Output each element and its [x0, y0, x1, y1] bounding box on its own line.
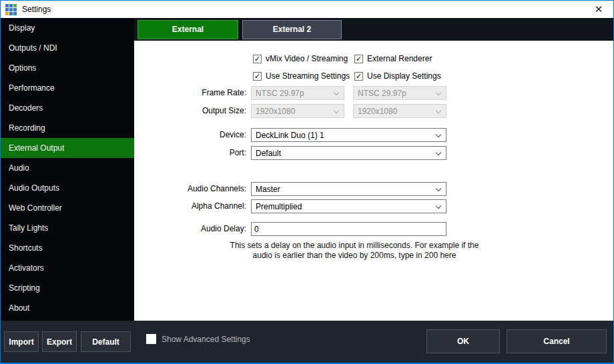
frame-rate-select-2: NTSC 29.97p	[353, 86, 446, 100]
device-select[interactable]: DeckLink Duo (1) 1	[251, 128, 446, 142]
sidebar-item-audio-outputs[interactable]: Audio Outputs	[1, 178, 134, 198]
window-title: Settings	[22, 5, 51, 14]
chevron-down-icon	[334, 108, 339, 113]
output-size-select-2: 1920x1080	[353, 104, 446, 118]
sidebar-item-recording[interactable]: Recording	[1, 118, 134, 138]
external-renderer-row: External Renderer	[354, 53, 432, 64]
output-size-label: Output Size:	[134, 106, 246, 115]
sidebar: Display Outputs / NDI Options Performanc…	[1, 18, 134, 321]
sidebar-item-outputs-ndi[interactable]: Outputs / NDI	[1, 38, 134, 58]
sidebar-item-performance[interactable]: Performance	[1, 78, 134, 98]
chevron-down-icon	[334, 90, 339, 95]
frame-rate-label: Frame Rate:	[134, 88, 246, 97]
sidebar-item-external-output[interactable]: External Output	[1, 138, 134, 158]
alpha-channel-select[interactable]: Premultiplied	[251, 199, 446, 213]
sidebar-item-about[interactable]: About	[1, 298, 134, 318]
use-display-settings-label: Use Display Settings	[367, 71, 441, 81]
ok-button[interactable]: OK	[426, 329, 500, 353]
output-size-select-1: 1920x1080	[251, 104, 344, 118]
port-select[interactable]: Default	[251, 146, 446, 160]
chevron-down-icon	[436, 203, 441, 209]
frame-rate-value-2: NTSC 29.97p	[358, 89, 406, 98]
use-streaming-settings-checkbox[interactable]	[253, 72, 262, 81]
import-button[interactable]: Import	[4, 331, 39, 352]
output-size-value-1: 1920x1080	[256, 107, 295, 116]
default-button[interactable]: Default	[81, 331, 131, 352]
sidebar-item-web-controller[interactable]: Web Controller	[1, 198, 134, 218]
export-button[interactable]: Export	[42, 331, 77, 352]
show-advanced-settings-row: Show Advanced Settings	[146, 334, 250, 344]
chevron-down-icon	[436, 108, 441, 113]
external-renderer-checkbox[interactable]	[354, 55, 363, 63]
external-renderer-label: External Renderer	[367, 54, 432, 63]
chevron-down-icon	[436, 150, 441, 155]
tab-external-2[interactable]: External 2	[242, 20, 342, 39]
main-panel: External External 2 vMix Video / Streami…	[134, 18, 613, 321]
port-value: Default	[256, 149, 281, 158]
audio-channels-value: Master	[256, 185, 280, 194]
device-value: DeckLink Duo (1) 1	[256, 131, 324, 140]
audio-delay-label: Audio Delay:	[134, 224, 246, 233]
sidebar-item-audio[interactable]: Audio	[1, 158, 134, 178]
close-icon[interactable]: ✕	[589, 1, 609, 18]
sidebar-item-options[interactable]: Options	[1, 58, 134, 78]
vmix-video-streaming-label: vMix Video / Streaming	[266, 54, 348, 63]
show-advanced-settings-checkbox[interactable]	[146, 334, 156, 344]
output-size-value-2: 1920x1080	[358, 107, 397, 116]
sidebar-item-display[interactable]: Display	[1, 18, 134, 38]
sidebar-item-shortcuts[interactable]: Shortcuts	[1, 238, 134, 258]
audio-channels-select[interactable]: Master	[251, 182, 446, 196]
chevron-down-icon	[436, 186, 441, 191]
audio-delay-help-text: This sets a delay on the audio input in …	[221, 241, 488, 261]
port-label: Port:	[134, 148, 246, 157]
sidebar-item-decoders[interactable]: Decoders	[1, 98, 134, 118]
sidebar-item-activators[interactable]: Activators	[1, 258, 134, 278]
tab-external[interactable]: External	[137, 20, 238, 39]
alpha-channel-label: Alpha Channel:	[134, 201, 246, 211]
vmix-video-streaming-row: vMix Video / Streaming	[253, 53, 348, 64]
chevron-down-icon	[436, 90, 441, 95]
titlebar: Settings ✕	[1, 1, 613, 18]
tab-strip: External External 2	[134, 18, 613, 41]
use-display-settings-row: Use Display Settings	[354, 71, 441, 81]
show-advanced-settings-label: Show Advanced Settings	[162, 335, 250, 344]
vmix-logo-icon	[5, 4, 17, 15]
external-output-form: vMix Video / Streaming External Renderer…	[134, 41, 613, 321]
use-streaming-settings-label: Use Streaming Settings	[266, 71, 350, 81]
vmix-video-streaming-checkbox[interactable]	[253, 55, 262, 63]
settings-window: Settings ✕ Display Outputs / NDI Options…	[0, 0, 614, 364]
audio-delay-input[interactable]	[251, 222, 446, 236]
cancel-button[interactable]: Cancel	[507, 329, 607, 353]
device-label: Device:	[134, 130, 246, 139]
frame-rate-select-1: NTSC 29.97p	[251, 86, 344, 100]
use-streaming-settings-row: Use Streaming Settings	[253, 71, 350, 81]
chevron-down-icon	[436, 132, 441, 137]
frame-rate-value-1: NTSC 29.97p	[256, 89, 304, 98]
alpha-channel-value: Premultiplied	[256, 202, 302, 211]
footer-bar: Import Export Default Show Advanced Sett…	[1, 321, 613, 363]
use-display-settings-checkbox[interactable]	[354, 72, 363, 81]
audio-channels-label: Audio Channels:	[134, 184, 246, 193]
sidebar-item-tally-lights[interactable]: Tally Lights	[1, 218, 134, 238]
sidebar-item-scripting[interactable]: Scripting	[1, 278, 134, 298]
